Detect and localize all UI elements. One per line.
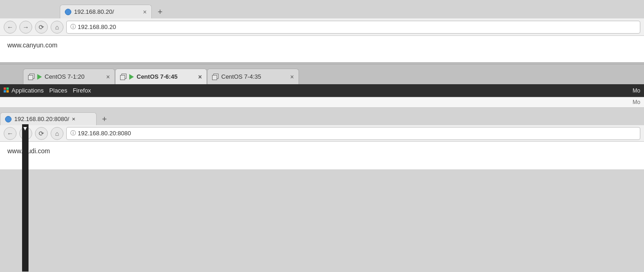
gnome-firefox-menu[interactable]: Firefox: [73, 87, 91, 94]
back-button[interactable]: ←: [4, 21, 17, 34]
new-tab-button[interactable]: +: [154, 6, 167, 18]
vm-play-icon-1: [37, 74, 42, 80]
security-info-icon: ⓘ: [70, 23, 76, 31]
browser-tab-1[interactable]: 192.168.80.20/ ×: [60, 5, 152, 18]
svg-rect-0: [4, 87, 6, 90]
browser-tab-bottom-1[interactable]: 192.168.80.20:8080/ ×: [0, 112, 97, 125]
vm-tab-1-close[interactable]: ×: [106, 73, 110, 81]
vm-control-sidebar: ▶: [22, 124, 29, 272]
vm-copy-icon-1: [28, 74, 34, 80]
vm-tab-3[interactable]: CentOS 7-4:35 ×: [207, 69, 299, 84]
vm-tab-1[interactable]: CentOS 7-1:20 ×: [23, 69, 115, 84]
forward-button[interactable]: →: [19, 21, 32, 34]
back-button-bottom[interactable]: ←: [4, 127, 17, 140]
firefox-icon: [65, 9, 71, 15]
svg-rect-1: [6, 87, 9, 90]
gnome-firefox-label: Firefox: [73, 87, 91, 94]
vm-tab-2[interactable]: CentOS 7-6:45 ×: [115, 69, 207, 84]
vm-tab-3-label: CentOS 7-4:35: [221, 73, 288, 80]
gnome-apps-icon: [4, 87, 10, 94]
gnome-places-menu[interactable]: Places: [49, 87, 67, 94]
vm-tab-2-close[interactable]: ×: [198, 73, 202, 81]
gnome-taskbar: Applications Places Firefox Mo: [0, 84, 644, 97]
security-info-icon-bottom: ⓘ: [70, 129, 76, 137]
vm-top-area: Mo: [0, 97, 644, 108]
vm-play-icon-2: [129, 74, 134, 80]
gnome-applications-label: Applications: [12, 87, 44, 94]
vm-tab-2-label: CentOS 7-6:45: [137, 73, 196, 80]
tab-1-label: 192.168.80.20/: [74, 8, 140, 15]
gnome-places-label: Places: [49, 87, 67, 94]
gnome-status-text: Mo: [632, 87, 640, 94]
address-bar-bottom[interactable]: ⓘ 192.168.80.20:8080: [66, 127, 640, 140]
address-bar-top[interactable]: ⓘ 192.168.80.20: [66, 21, 640, 34]
browser-content-bottom: www.wudi.com: [0, 142, 644, 169]
home-button[interactable]: ⌂: [51, 21, 63, 34]
gnome-right-area: Mo: [632, 87, 640, 94]
top-tab-bar: 192.168.80.20/ × +: [0, 0, 644, 18]
firefox-icon-bottom: [5, 116, 12, 122]
tab-bottom-1-close[interactable]: ×: [72, 116, 75, 122]
website-text-bottom: www.wudi.com: [7, 147, 50, 155]
address-text-top: 192.168.80.20: [78, 23, 116, 30]
reload-button-bottom[interactable]: ⟳: [35, 127, 48, 140]
new-tab-bottom-button[interactable]: +: [98, 113, 110, 125]
tab-1-close[interactable]: ×: [143, 9, 147, 15]
browser-content-top: www.canyun.com: [0, 36, 644, 64]
address-text-bottom: 192.168.80.20:8080: [78, 130, 131, 137]
bottom-tab-bar: 192.168.80.20:8080/ × +: [0, 108, 644, 125]
top-nav-bar: ← → ⟳ ⌂ ⓘ 192.168.80.20: [0, 18, 644, 36]
tab-bottom-1-label: 192.168.80.20:8080/: [14, 116, 69, 122]
vm-control-arrow[interactable]: ▶: [23, 127, 28, 131]
vm-copy-icon-2: [120, 74, 126, 80]
vm-copy-icon-3: [212, 74, 218, 80]
bottom-nav-bar: ← → ⟳ ⌂ ⓘ 192.168.80.20:8080: [0, 125, 644, 142]
vm-tab-bar: CentOS 7-1:20 × CentOS 7-6:45 × CentOS 7…: [0, 64, 644, 84]
vm-tab-1-label: CentOS 7-1:20: [45, 73, 104, 80]
vm-top-right-text: Mo: [632, 99, 640, 105]
website-text-top: www.canyun.com: [7, 41, 58, 49]
gnome-apps-menu[interactable]: Applications: [4, 87, 44, 94]
home-button-bottom[interactable]: ⌂: [51, 127, 63, 140]
svg-rect-3: [6, 90, 9, 93]
svg-rect-2: [4, 90, 6, 93]
reload-button[interactable]: ⟳: [35, 21, 48, 34]
vm-tab-3-close[interactable]: ×: [290, 73, 294, 81]
